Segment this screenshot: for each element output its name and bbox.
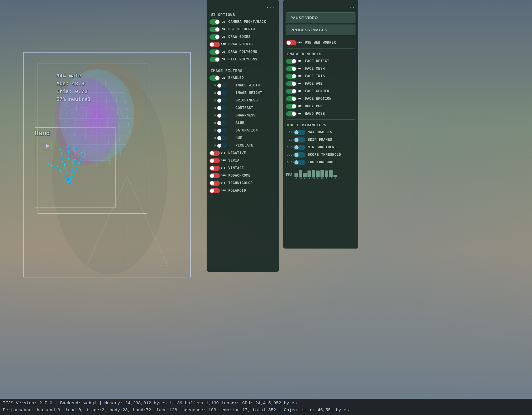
toggle-track[interactable] <box>286 104 296 109</box>
toggle-track[interactable] <box>217 121 227 126</box>
toggle-track[interactable] <box>210 27 220 32</box>
toggle-thumb <box>210 166 214 170</box>
toggle-image-height[interactable]: 0 <box>210 90 233 96</box>
toggle-face-iris[interactable]: ON <box>286 74 303 79</box>
toggle-face-gender[interactable]: ON <box>286 89 303 94</box>
toggle-hue[interactable]: 0 <box>210 136 233 141</box>
toggle-fill-polygons[interactable]: ON <box>210 57 226 62</box>
toggle-track[interactable] <box>286 40 296 45</box>
toggle-track[interactable] <box>217 143 227 148</box>
toggle-thumb <box>210 189 214 193</box>
image-filter-label: Technicolor <box>228 181 276 185</box>
toggle-sharpness[interactable]: 0 <box>210 113 233 118</box>
toggle-body-pose[interactable]: ON <box>286 104 303 109</box>
image-filters-title: Image Filters <box>207 67 279 74</box>
toggle-face-detect[interactable]: ON <box>286 59 303 64</box>
fps-value: 10 <box>320 177 324 180</box>
toggle-skip-frames[interactable]: 10 <box>286 137 305 142</box>
toggle-track[interactable] <box>286 89 296 94</box>
toggle-track[interactable] <box>217 105 227 111</box>
toggle-track[interactable] <box>217 128 227 133</box>
toggle-track[interactable] <box>293 137 305 142</box>
toggle-camera-front/back[interactable]: ON <box>210 19 226 25</box>
toggle-track[interactable] <box>217 83 227 88</box>
svg-point-44 <box>75 148 77 150</box>
toggle-track[interactable] <box>210 49 220 55</box>
param-label: IOU Threshold <box>308 160 355 164</box>
toggle-track[interactable] <box>286 81 296 86</box>
toggle-draw-boxes[interactable]: ON <box>210 34 226 40</box>
toggle-brightness[interactable]: 0 <box>210 98 233 103</box>
toggle-track[interactable] <box>286 66 296 71</box>
toggle-sepia[interactable]: OFF <box>210 158 226 163</box>
toggle-negative[interactable]: OFF <box>210 151 226 156</box>
toggle-track[interactable] <box>217 98 227 103</box>
toggle-thumb <box>210 181 214 185</box>
toggle-track[interactable] <box>293 145 305 150</box>
toggle-enabled[interactable]: ON <box>210 75 226 81</box>
toggle-draw-polygons[interactable]: ON <box>210 49 226 55</box>
svg-line-32 <box>61 150 64 162</box>
toggle-hand-pose[interactable]: ON <box>286 111 303 116</box>
toggle-track[interactable] <box>210 181 220 186</box>
toggle-track[interactable] <box>286 59 296 64</box>
toggle-draw-points[interactable]: OFF <box>210 42 226 47</box>
btn-process-images[interactable]: Process Images <box>286 25 355 35</box>
toggle-thumb <box>215 58 219 62</box>
toggle-track[interactable] <box>293 160 305 165</box>
toggle-thumb <box>210 174 214 178</box>
toggle-track[interactable] <box>210 75 220 81</box>
toggle-track[interactable] <box>217 136 227 141</box>
toggle-vintage[interactable]: OFF <box>210 166 226 171</box>
toggle-track[interactable] <box>293 130 305 135</box>
toggle-technicolor[interactable]: OFF <box>210 181 226 186</box>
image-filter-label: Polaroid <box>228 189 276 193</box>
param-label: Max Objects <box>308 130 355 134</box>
btn-pause-video[interactable]: Pause Video <box>286 12 355 23</box>
toggle-track[interactable] <box>286 96 296 101</box>
toggle-track[interactable] <box>286 74 296 79</box>
toggle-track[interactable] <box>217 90 227 96</box>
toggle-face-emotion[interactable]: ON <box>286 96 303 101</box>
toggle-iou-threshold[interactable]: 0.3 <box>286 160 305 165</box>
toggle-track[interactable] <box>286 111 296 116</box>
toggle-thumb <box>292 112 296 116</box>
toggle-face-mesh[interactable]: ON <box>286 66 303 71</box>
toggle-score-threshold[interactable]: 0.7 <box>286 152 305 158</box>
param-row: 0.3 IOU Threshold <box>283 159 358 166</box>
toggle-track[interactable] <box>210 173 220 178</box>
toggle-track[interactable] <box>210 19 220 25</box>
toggle-polaroid[interactable]: OFF <box>210 188 226 193</box>
toggle-track[interactable] <box>210 57 220 62</box>
image-filter-label: Sharpness <box>236 114 276 118</box>
toggle-track[interactable] <box>293 152 305 158</box>
param-row: 10 Skip Frames <box>283 136 358 144</box>
toggle-use-3d-depth[interactable]: ON <box>210 27 226 32</box>
toggle-use-web-worker[interactable]: OFF <box>286 40 303 45</box>
toggle-kodachrome[interactable]: OFF <box>210 173 226 178</box>
toggle-image-width[interactable]: 0 <box>210 83 233 88</box>
ui-option-label: Draw Polygons <box>228 50 276 54</box>
center-panel-dots[interactable]: ... <box>207 3 279 11</box>
toggle-max-objects[interactable]: 10 <box>286 130 305 135</box>
toggle-thumb <box>210 151 214 155</box>
toggle-track[interactable] <box>210 158 220 163</box>
toggle-badge: OFF <box>221 159 226 162</box>
toggle-min-confidence[interactable]: 0.5 <box>286 145 305 150</box>
right-panel-dots[interactable]: ... <box>283 3 358 11</box>
toggle-face-age[interactable]: ON <box>286 81 303 86</box>
toggle-track[interactable] <box>210 188 220 193</box>
toggle-saturation[interactable]: 0 <box>210 128 233 133</box>
toggle-badge: ON <box>297 82 303 85</box>
toggle-track[interactable] <box>217 113 227 118</box>
toggle-pixelate[interactable]: 0 <box>210 143 233 148</box>
svg-line-35 <box>79 153 82 163</box>
toggle-thumb <box>217 129 221 133</box>
toggle-contrast[interactable]: 0 <box>210 105 233 111</box>
toggle-blur[interactable]: 0 <box>210 121 233 126</box>
toggle-track[interactable] <box>210 166 220 171</box>
toggle-track[interactable] <box>210 42 220 47</box>
toggle-track[interactable] <box>210 34 220 40</box>
toggle-track[interactable] <box>210 151 220 156</box>
fps-value: 3 <box>334 177 336 180</box>
